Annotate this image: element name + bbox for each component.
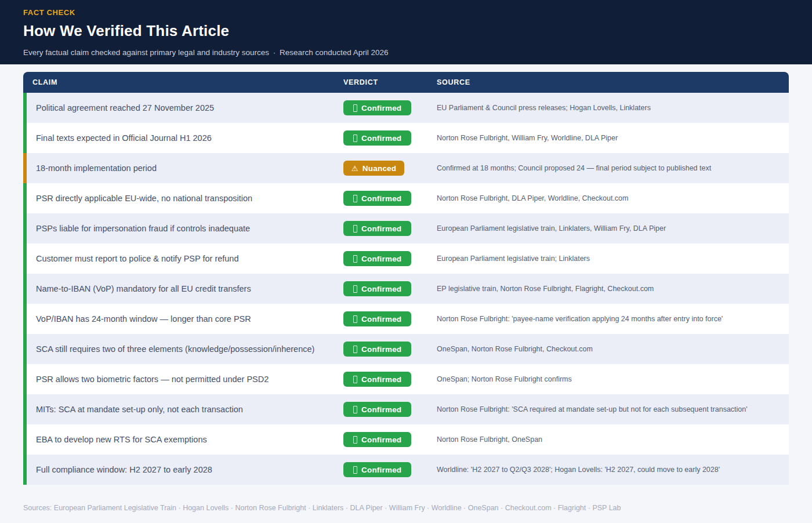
table-row: EBA to develop new RTS for SCA exemption…: [23, 424, 789, 455]
verdict-cell: Confirmed: [343, 130, 437, 146]
check-glyph-icon: [353, 104, 357, 112]
verdict-badge: Confirmed: [343, 342, 411, 357]
claim-text: Political agreement reached 27 November …: [27, 103, 343, 112]
claim-text: VoP/IBAN has 24-month window — longer th…: [27, 314, 343, 324]
table-row: PSR directly applicable EU-wide, no nati…: [23, 183, 789, 213]
verdict-label: Confirmed: [361, 224, 401, 233]
source-text: European Parliament legislative train; L…: [437, 255, 789, 263]
verdict-badge: ⚠ Nuanced: [343, 161, 404, 176]
check-glyph-icon: [353, 466, 357, 474]
sources-line: Sources: European Parliament Legislative…: [23, 504, 789, 512]
verdict-badge: Confirmed: [343, 251, 411, 266]
verdict-cell: Confirmed: [343, 342, 437, 357]
claim-text: PSPs liable for impersonation fraud if c…: [27, 224, 343, 233]
verdict-label: Confirmed: [361, 466, 401, 474]
verdict-label: Confirmed: [361, 435, 401, 444]
verdict-cell: Confirmed: [343, 281, 437, 296]
check-glyph-icon: [353, 376, 357, 383]
table-row: VoP/IBAN has 24-month window — longer th…: [23, 304, 789, 334]
verdict-badge: Confirmed: [343, 130, 411, 146]
check-glyph-icon: [353, 436, 357, 444]
verdict-label: Confirmed: [361, 194, 401, 203]
column-header-source: SOURCE: [437, 78, 789, 86]
page-header: FACT CHECK How We Verified This Article …: [0, 0, 812, 64]
verdict-cell: Confirmed: [343, 311, 437, 326]
verdict-label: Confirmed: [361, 255, 401, 263]
source-text: Norton Rose Fulbright, DLA Piper, Worldl…: [437, 194, 789, 202]
column-header-claim: CLAIM: [23, 78, 343, 86]
check-glyph-icon: [353, 255, 357, 263]
check-glyph-icon: [353, 195, 357, 202]
check-glyph-icon: [353, 315, 357, 323]
table-row: Political agreement reached 27 November …: [23, 93, 789, 123]
warning-icon: ⚠: [351, 165, 358, 172]
source-text: Norton Rose Fulbright, OneSpan: [437, 435, 789, 444]
main-content: CLAIM VERDICT SOURCE Political agreement…: [0, 72, 812, 485]
fact-check-table: CLAIM VERDICT SOURCE Political agreement…: [23, 72, 789, 485]
verdict-label: Confirmed: [361, 375, 401, 384]
table-row: MITs: SCA at mandate set-up only, not ea…: [23, 394, 789, 424]
claim-text: Full compliance window: H2 2027 to early…: [27, 465, 343, 474]
table-row: Final texts expected in Official Journal…: [23, 123, 789, 153]
source-text: European Parliament legislative train, L…: [437, 224, 789, 233]
page-title: How We Verified This Article: [23, 22, 789, 40]
verdict-badge: Confirmed: [343, 221, 411, 236]
verdict-badge: Confirmed: [343, 191, 411, 206]
table-row: Customer must report to police & notify …: [23, 244, 789, 274]
source-text: OneSpan, Norton Rose Fulbright, Checkout…: [437, 345, 789, 353]
verdict-label: Confirmed: [361, 405, 401, 414]
verdict-cell: Confirmed: [343, 221, 437, 236]
claim-text: PSR allows two biometric factors — not p…: [27, 375, 343, 384]
verdict-badge: Confirmed: [343, 311, 411, 326]
check-glyph-icon: [353, 346, 357, 353]
claim-text: PSR directly applicable EU-wide, no nati…: [27, 194, 343, 203]
claim-text: Name-to-IBAN (VoP) mandatory for all EU …: [27, 284, 343, 293]
verdict-badge: Confirmed: [343, 372, 411, 387]
verdict-label: Confirmed: [361, 285, 401, 293]
verdict-badge: Confirmed: [343, 402, 411, 417]
verdict-cell: ⚠ Nuanced: [343, 161, 437, 176]
claim-text: Customer must report to police & notify …: [27, 254, 343, 263]
verdict-badge: Confirmed: [343, 462, 411, 477]
claim-text: MITs: SCA at mandate set-up only, not ea…: [27, 405, 343, 414]
check-glyph-icon: [353, 135, 357, 142]
source-text: OneSpan; Norton Rose Fulbright confirms: [437, 375, 789, 383]
verdict-cell: Confirmed: [343, 100, 437, 115]
source-text: EP legislative train, Norton Rose Fulbri…: [437, 285, 789, 293]
verdict-label: Nuanced: [362, 164, 396, 173]
verdict-cell: Confirmed: [343, 462, 437, 477]
table-row: Name-to-IBAN (VoP) mandatory for all EU …: [23, 274, 789, 304]
page-footer: Sources: European Parliament Legislative…: [0, 504, 812, 512]
verdict-badge: Confirmed: [343, 100, 411, 115]
page-subtitle: Every factual claim checked against prim…: [23, 48, 789, 57]
verdict-cell: Confirmed: [343, 402, 437, 417]
claim-text: 18-month implementation period: [27, 164, 343, 173]
table-row: PSR allows two biometric factors — not p…: [23, 364, 789, 394]
verdict-label: Confirmed: [361, 345, 401, 354]
claim-text: SCA still requires two of three elements…: [27, 344, 343, 354]
verdict-badge: Confirmed: [343, 432, 411, 447]
verdict-cell: Confirmed: [343, 251, 437, 266]
source-text: EU Parliament & Council press releases; …: [437, 104, 789, 112]
verdict-cell: Confirmed: [343, 372, 437, 387]
verdict-badge: Confirmed: [343, 281, 411, 296]
table-row: 18-month implementation period ⚠ Nuanced…: [23, 153, 789, 183]
check-glyph-icon: [353, 406, 357, 413]
table-row: Full compliance window: H2 2027 to early…: [23, 455, 789, 485]
source-text: Confirmed at 18 months; Council proposed…: [437, 164, 789, 172]
check-glyph-icon: [353, 285, 357, 293]
check-glyph-icon: [353, 225, 357, 233]
verdict-cell: Confirmed: [343, 191, 437, 206]
table-header-row: CLAIM VERDICT SOURCE: [23, 72, 789, 93]
eyebrow-label: FACT CHECK: [23, 8, 789, 17]
verdict-label: Confirmed: [361, 134, 401, 143]
verdict-label: Confirmed: [361, 104, 401, 112]
claim-text: EBA to develop new RTS for SCA exemption…: [27, 435, 343, 444]
source-text: Worldline: 'H2 2027 to Q2/Q3 2028'; Hoga…: [437, 466, 789, 474]
table-row: SCA still requires two of three elements…: [23, 334, 789, 364]
claim-text: Final texts expected in Official Journal…: [27, 133, 343, 143]
source-text: Norton Rose Fulbright, William Fry, Worl…: [437, 134, 789, 142]
verdict-label: Confirmed: [361, 315, 401, 324]
column-header-verdict: VERDICT: [343, 78, 437, 86]
table-body: Political agreement reached 27 November …: [23, 93, 789, 485]
